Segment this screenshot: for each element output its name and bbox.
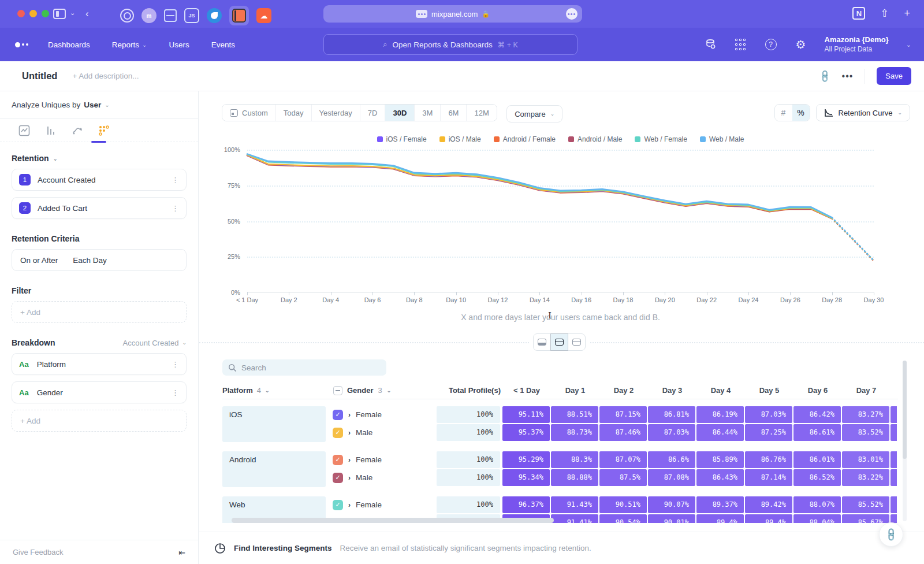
back-icon[interactable]: ‹ — [85, 8, 89, 20]
retention-value-cell[interactable]: 89.4% — [745, 514, 792, 523]
compare-button[interactable]: Compare ⌄ — [506, 105, 562, 123]
tab-funnels[interactable] — [44, 124, 58, 138]
percent-button[interactable]: % — [792, 105, 810, 121]
retention-value-cell[interactable]: 85.52% — [842, 496, 889, 513]
retention-value-cell[interactable]: 87.03% — [648, 424, 695, 441]
retention-value-cell[interactable]: 86.52% — [793, 469, 841, 486]
segments-title[interactable]: Find Interesting Segments — [234, 544, 332, 552]
row-checkbox[interactable]: ✓ — [333, 455, 343, 465]
nav-item-reports[interactable]: Reports⌄ — [112, 40, 147, 49]
retention-value-cell[interactable]: 91.41% — [551, 514, 598, 523]
range-3m[interactable]: 3M — [415, 105, 441, 121]
retention-value-cell[interactable]: 86.44% — [696, 424, 744, 441]
gender-column-header[interactable]: Gender 3 ⌄ — [333, 386, 431, 395]
day-column-header[interactable]: Day 7 — [843, 386, 890, 395]
retention-value-cell[interactable]: 85.67% — [842, 514, 889, 523]
platform-cell[interactable]: iOS — [222, 406, 326, 442]
retention-value-cell[interactable]: 88.3% — [551, 451, 598, 468]
tab-retention[interactable] — [97, 124, 111, 138]
maximize-window-icon[interactable] — [42, 10, 49, 17]
copy-link-icon[interactable]: 🔗 — [817, 69, 832, 84]
kebab-menu-icon[interactable]: ⋮ — [172, 179, 179, 181]
row-checkbox[interactable]: ✓ — [333, 473, 343, 483]
chevron-down-icon[interactable]: ⌄ — [70, 9, 75, 17]
chevron-right-icon[interactable]: › — [348, 456, 351, 464]
bird-icon[interactable] — [207, 8, 222, 23]
table-only-view-button[interactable] — [568, 333, 586, 351]
platform-cell[interactable]: Android — [222, 451, 326, 487]
total-column-header[interactable]: Total Profile(s) — [437, 386, 501, 395]
share-icon[interactable]: ⇧ — [880, 7, 889, 20]
retention-value-cell[interactable]: 83.52% — [842, 424, 889, 441]
retention-criteria-card[interactable]: On or After Each Day — [12, 249, 187, 271]
breakdown-scope-dropdown[interactable]: Account Created ⌄ — [123, 339, 187, 347]
retention-value-cell[interactable]: 96.37% — [502, 496, 550, 513]
retention-value-cell[interactable]: 95.34% — [502, 469, 550, 486]
retention-value-cell[interactable]: 88.73% — [551, 424, 598, 441]
retention-value-cell[interactable]: 87.46% — [599, 424, 647, 441]
retention-value-cell[interactable]: 87.14% — [745, 469, 792, 486]
legend-item[interactable]: iOS / Male — [439, 135, 481, 143]
day-column-header[interactable]: Day 2 — [600, 386, 647, 395]
retention-step-2[interactable]: 2Added To Cart⋮ — [12, 197, 187, 219]
nav-item-users[interactable]: Users — [169, 40, 189, 49]
retention-value-cell[interactable]: 87.08% — [648, 469, 695, 486]
retention-value-cell[interactable]: 86.01% — [793, 451, 841, 468]
retention-step-1[interactable]: 1Account Created⋮ — [12, 169, 187, 191]
breakdown-gender[interactable]: AaGender⋮ — [12, 381, 187, 403]
retention-value-cell[interactable]: 89.4% — [696, 514, 744, 523]
nav-item-events[interactable]: Events — [211, 40, 235, 49]
retention-value-cell[interactable]: 91.43% — [551, 496, 598, 513]
retention-value-cell[interactable]: 88.07% — [793, 496, 841, 513]
legend-item[interactable]: Android / Female — [494, 135, 556, 143]
retention-value-cell[interactable]: 86.42% — [793, 406, 841, 423]
m-avatar-icon[interactable]: m — [141, 8, 157, 23]
collapse-sidebar-icon[interactable]: ⇤ — [178, 548, 185, 557]
url-more-icon[interactable]: ••• — [566, 8, 578, 20]
legend-item[interactable]: Android / Male — [568, 135, 622, 143]
chevron-right-icon[interactable]: › — [348, 429, 351, 437]
kebab-menu-icon[interactable]: ⋮ — [172, 391, 179, 394]
kebab-menu-icon[interactable]: ⋮ — [172, 207, 179, 210]
chevron-right-icon[interactable]: › — [348, 501, 351, 509]
chart-only-view-button[interactable] — [533, 333, 551, 351]
share-link-floating-button[interactable]: 🔗 — [879, 522, 903, 547]
retention-value-cell[interactable]: 86.61% — [793, 424, 841, 441]
retention-line-chart[interactable]: 100%75%50%25%0% — [247, 150, 874, 292]
day-column-header[interactable]: Day 4 — [697, 386, 744, 395]
journal-icon[interactable] — [229, 6, 249, 25]
vertical-scrollbar[interactable] — [903, 361, 907, 521]
retention-value-cell[interactable]: 95.37% — [502, 424, 550, 441]
target-icon[interactable] — [120, 9, 134, 23]
chart-type-dropdown[interactable]: Retention Curve ⌄ — [816, 104, 911, 121]
select-all-checkbox[interactable] — [333, 386, 342, 395]
retention-value-cell[interactable]: 89.42% — [745, 496, 792, 513]
range-today[interactable]: Today — [276, 105, 312, 121]
retention-section-header[interactable]: Retention ⌄ — [12, 154, 187, 163]
platform-column-header[interactable]: Platform 4 ⌄ — [222, 386, 326, 395]
window-controls[interactable] — [17, 10, 49, 17]
apps-grid-icon[interactable] — [735, 38, 747, 51]
kebab-menu-icon[interactable]: ⋮ — [172, 363, 179, 366]
range-yesterday[interactable]: Yesterday — [312, 105, 360, 121]
retention-value-cell[interactable]: 90.01% — [648, 514, 695, 523]
nav-item-dashboards[interactable]: Dashboards — [48, 40, 90, 49]
retention-value-cell[interactable]: 87.03% — [745, 406, 792, 423]
tab-flows[interactable] — [70, 124, 84, 138]
help-icon[interactable]: ? — [765, 39, 777, 50]
day-column-header[interactable]: Day 6 — [794, 386, 841, 395]
notion-extension-icon[interactable]: N — [852, 7, 865, 20]
horizontal-scrollbar[interactable] — [232, 518, 554, 523]
row-checkbox[interactable]: ✓ — [333, 428, 343, 438]
js-icon[interactable]: JS — [184, 8, 199, 23]
retention-value-cell[interactable]: 95.11% — [502, 406, 550, 423]
legend-item[interactable]: Web / Male — [700, 135, 744, 143]
settings-gear-icon[interactable]: ⚙ — [795, 38, 807, 51]
retention-value-cell[interactable]: 83.22% — [842, 469, 889, 486]
browser-sidebar-icon[interactable] — [53, 9, 66, 19]
retention-value-cell[interactable]: 86.81% — [648, 406, 695, 423]
retention-value-cell[interactable]: 87.07% — [599, 451, 647, 468]
range-30d[interactable]: 30D — [385, 105, 415, 121]
split-view-button[interactable] — [550, 333, 568, 351]
retention-value-cell[interactable]: 88.51% — [551, 406, 598, 423]
